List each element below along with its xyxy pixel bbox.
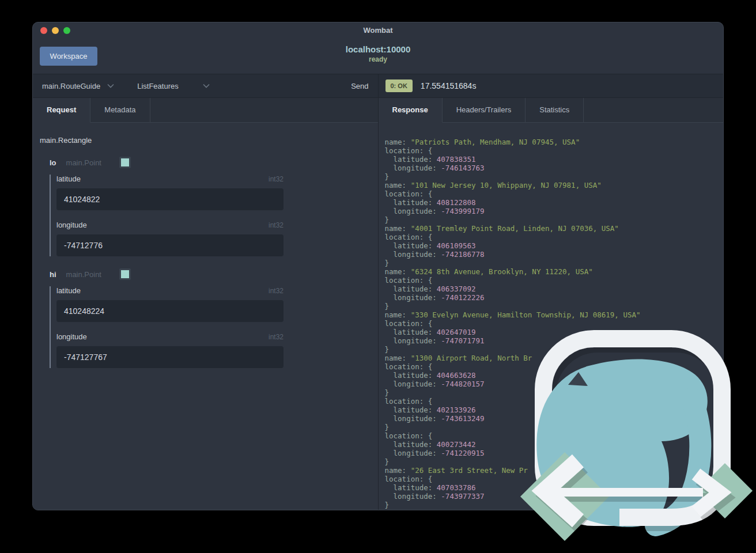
- message-fields: lomain.Pointlatitudeint32longitudeint32h…: [40, 157, 371, 368]
- tab-response[interactable]: Response: [379, 98, 443, 123]
- close-icon[interactable]: [40, 27, 47, 34]
- field-type: int32: [269, 221, 284, 229]
- field-type: int32: [269, 175, 284, 183]
- method-select-label: ListFeatures: [137, 82, 179, 90]
- field-label-row: longitudeint32: [56, 221, 284, 229]
- message-enabled-checkbox[interactable]: [119, 268, 131, 280]
- field-label-row: longitudeint32: [56, 332, 284, 341]
- field-group-lo: lomain.Pointlatitudeint32longitudeint32: [50, 157, 371, 256]
- request-form: main.Rectangle lomain.Pointlatitudeint32…: [33, 123, 378, 510]
- service-select[interactable]: main.RouteGuide: [42, 82, 114, 90]
- field-label: latitude: [56, 286, 81, 295]
- request-tabbar: RequestMetadata: [33, 98, 378, 123]
- method-select[interactable]: ListFeatures: [137, 82, 210, 90]
- zoom-icon[interactable]: [63, 27, 70, 34]
- group-field-type: main.Point: [66, 270, 101, 279]
- wombat-logo: [513, 320, 756, 553]
- group-field-name: lo: [50, 158, 56, 167]
- minimize-icon[interactable]: [52, 27, 59, 34]
- request-pane: main.RouteGuide ListFeatures Send Reques…: [33, 74, 379, 510]
- field-group-hi: himain.Pointlatitudeint32longitudeint32: [50, 268, 371, 368]
- chevron-down-icon: [203, 84, 210, 88]
- service-select-label: main.RouteGuide: [42, 82, 100, 90]
- message-enabled-checkbox[interactable]: [119, 157, 131, 168]
- window-title: Wombat: [33, 22, 723, 38]
- tab-statistics[interactable]: Statistics: [526, 98, 584, 122]
- request-toolbar: main.RouteGuide ListFeatures Send: [33, 74, 378, 98]
- field-input-hi-longitude[interactable]: [56, 346, 284, 368]
- window-controls: [40, 27, 70, 34]
- send-button[interactable]: Send: [351, 82, 368, 90]
- field-input-lo-longitude[interactable]: [56, 234, 284, 256]
- group-field-name: hi: [50, 270, 56, 279]
- field-label: longitude: [56, 221, 87, 229]
- duration-label: 17.554151684s: [421, 81, 477, 90]
- tab-metadata[interactable]: Metadata: [90, 98, 150, 122]
- titlebar: Wombat: [33, 22, 723, 38]
- group-field-type: main.Point: [66, 158, 101, 167]
- field-type: int32: [269, 287, 284, 295]
- chevron-down-icon: [107, 84, 114, 88]
- response-toolbar: 0: OK 17.554151684s: [379, 74, 724, 98]
- server-address: localhost:10000: [33, 44, 723, 54]
- response-tabbar: ResponseHeaders/TrailersStatistics: [379, 98, 724, 123]
- message-type-label: main.Rectangle: [40, 136, 371, 145]
- field-label: latitude: [56, 175, 81, 183]
- tab-headers-trailers[interactable]: Headers/Trailers: [443, 98, 526, 122]
- server-block: localhost:10000 ready: [33, 44, 723, 63]
- status-badge: 0: OK: [385, 79, 413, 92]
- field-type: int32: [269, 333, 284, 341]
- field-label-row: latitudeint32: [56, 286, 284, 295]
- desktop: { "app": { "window_title": "Wombat" }, "…: [0, 0, 756, 553]
- field-input-lo-latitude[interactable]: [56, 188, 284, 210]
- connection-status: ready: [33, 55, 723, 63]
- tab-request[interactable]: Request: [33, 98, 90, 123]
- app-header: Workspace localhost:10000 ready: [33, 38, 723, 74]
- field-input-hi-latitude[interactable]: [56, 300, 284, 322]
- field-label: longitude: [56, 332, 87, 341]
- field-label-row: latitudeint32: [56, 175, 284, 183]
